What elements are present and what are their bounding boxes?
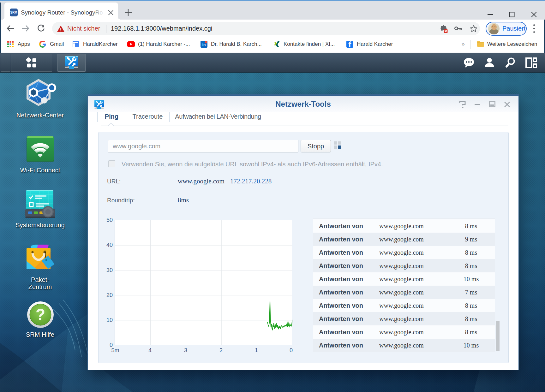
svg-text:?: ? <box>36 306 45 324</box>
svg-text:in: in <box>202 43 206 47</box>
